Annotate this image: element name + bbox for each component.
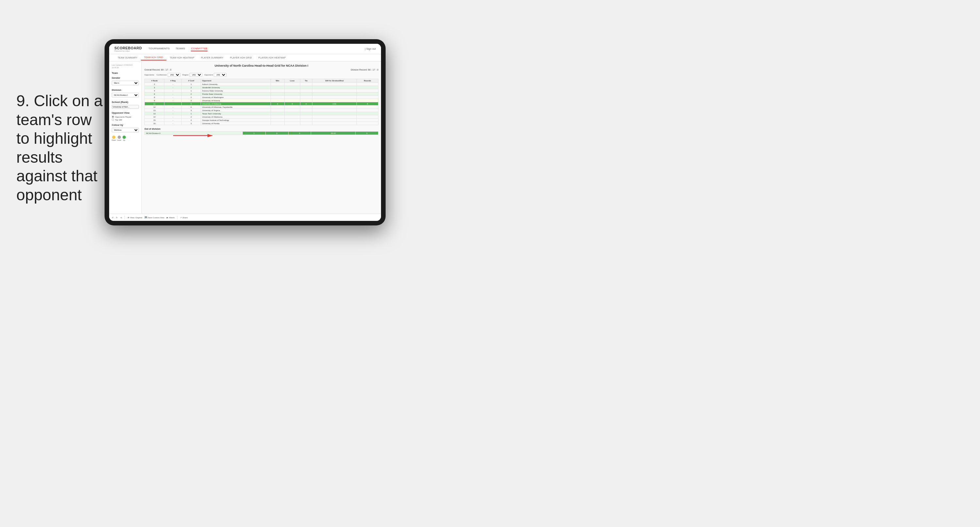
col-rounds: Rounds — [357, 79, 379, 83]
legend-dot-up — [123, 135, 126, 139]
cell-rank: 12 — [145, 105, 164, 109]
table-row[interactable]: 9-3University of Arizona — [145, 99, 379, 102]
table-row[interactable]: 16-3University of Florida — [145, 122, 379, 125]
conference-filter-select[interactable]: (All) — [168, 73, 180, 77]
cell-conf: 2 — [182, 92, 200, 96]
nav-teams[interactable]: TEAMS — [175, 46, 185, 51]
sub-nav-team-h2h-heatmap[interactable]: TEAM H2H HEATMAP — [166, 55, 197, 60]
cell-rank: 9 — [145, 99, 164, 102]
table-row[interactable]: 8-2University of Washington — [145, 96, 379, 99]
toolbar-save[interactable]: 💾 Save Custom View — [145, 216, 164, 218]
cell-opponent: University of Oklahoma — [200, 115, 270, 119]
cell-win — [270, 105, 284, 109]
cell-win — [270, 109, 284, 112]
cell-diff — [312, 86, 356, 89]
colour-by-label: Colour by — [112, 124, 139, 126]
cell-win — [270, 115, 284, 119]
toolbar-back[interactable]: ⊲ — [120, 216, 122, 218]
col-rank: # Rank — [145, 79, 164, 83]
cell-rank: 13 — [145, 109, 164, 112]
cell-opponent: University of Arkansas, Fayetteville — [200, 105, 270, 109]
opponent-view-label: Opponent View — [112, 111, 139, 115]
out-div-win: 1 — [242, 132, 265, 135]
sub-nav-team-h2h-grid[interactable]: TEAM H2H GRID — [141, 55, 167, 61]
cell-rank: 4 — [145, 89, 164, 92]
col-win: Win — [270, 79, 284, 83]
table-row[interactable]: 4-1Arizona State University — [145, 89, 379, 92]
radio-top-100[interactable]: Top 100 — [112, 119, 139, 121]
device-screen: SCOREBOARD Powered by clippi TOURNAMENTS… — [109, 44, 381, 221]
toolbar-undo[interactable]: ↺ — [112, 216, 113, 218]
cell-win — [270, 96, 284, 99]
cell-diff — [312, 115, 356, 119]
view-icon: 👁 — [127, 217, 129, 218]
table-row[interactable]: 13-3University of Virginia — [145, 109, 379, 112]
sub-nav-team-summary[interactable]: TEAM SUMMARY — [115, 55, 141, 60]
cell-opponent: University of Washington — [200, 96, 270, 99]
cell-tie — [300, 112, 312, 115]
table-row[interactable]: 13-1Texas Tech University — [145, 112, 379, 115]
watch-icon: ▶ — [167, 216, 168, 218]
table-row[interactable]: 6-2Florida State University — [145, 92, 379, 96]
cell-rounds — [357, 112, 379, 115]
cell-rounds — [357, 83, 379, 86]
division-select[interactable]: NCAA Division I — [112, 93, 139, 97]
col-conf: # Conf — [182, 79, 200, 83]
sub-nav-player-h2h-grid[interactable]: PLAYER H2H GRID — [227, 55, 255, 60]
sub-nav-player-summary[interactable]: PLAYER SUMMARY — [198, 55, 227, 60]
table-row[interactable]: 3-2Vanderbilt University — [145, 86, 379, 89]
cell-loss — [284, 83, 300, 86]
division-record: Division Record: 88 - 17 - 0 — [351, 68, 379, 71]
device-frame: SCOREBOARD Powered by clippi TOURNAMENTS… — [105, 39, 386, 225]
bottom-toolbar: ↺ ↻ ⊲ 👁 View: Original 💾 Save Custom Vie… — [109, 214, 381, 221]
nav-committee[interactable]: COMMITTEE — [191, 46, 207, 51]
cell-conf: 5 — [182, 102, 200, 105]
cell-opponent: Arizona State University — [200, 89, 270, 92]
cell-conf: 1 — [182, 83, 200, 86]
cell-diff — [312, 109, 356, 112]
school-input[interactable] — [112, 105, 139, 109]
table-row[interactable]: 14-2University of Oklahoma — [145, 115, 379, 119]
grid-title: University of North Carolina Head-to-Hea… — [145, 64, 379, 67]
cell-conf: 6 — [182, 105, 200, 109]
toolbar-view[interactable]: 👁 View: Original — [127, 217, 142, 218]
school-label: School (Rank) — [112, 100, 139, 103]
cell-rank: 6 — [145, 92, 164, 96]
share-icon: ↗ — [180, 216, 182, 218]
radio-opponents-played[interactable]: Opponents Played — [112, 116, 139, 118]
cell-loss — [284, 96, 300, 99]
out-div-row[interactable]: NCAA Division II10026.003 — [145, 132, 379, 135]
region-filter-select[interactable]: (All) — [189, 73, 202, 77]
table-row[interactable]: 12-6University of Arkansas, Fayetteville — [145, 105, 379, 109]
colour-by-select[interactable]: Win/loss — [112, 128, 139, 132]
cell-rank: 14 — [145, 115, 164, 119]
table-row[interactable]: 11-5University of Alabama3002.618 — [145, 102, 379, 105]
toolbar-share[interactable]: ↗ Share — [180, 216, 188, 218]
cell-tie — [300, 86, 312, 89]
cell-rank: 15 — [145, 119, 164, 122]
division-label: Division — [112, 89, 139, 91]
table-row[interactable]: 15-4Georgia Institute of Technology — [145, 119, 379, 122]
opponent-filter-select[interactable]: (All) — [214, 73, 226, 77]
toolbar-watch[interactable]: ▶ Watch — [167, 216, 175, 218]
radio-dot-top100 — [112, 119, 114, 121]
toolbar-redo[interactable]: ↻ — [116, 216, 118, 218]
nav-tournaments[interactable]: TOURNAMENTS — [148, 46, 170, 51]
cell-rounds — [357, 99, 379, 102]
conference-filter: Conference (All) — [156, 73, 180, 77]
cell-tie — [300, 92, 312, 96]
cell-opponent: University of Virginia — [200, 109, 270, 112]
grid-area: University of North Carolina Head-to-Hea… — [142, 61, 381, 214]
save-icon: 💾 — [145, 216, 147, 218]
col-diff: Diff Av Strokes/Rnd — [312, 79, 356, 83]
cell-rounds — [357, 89, 379, 92]
opponents-label: Opponents: — [145, 74, 154, 76]
cell-diff — [312, 105, 356, 109]
cell-diff — [312, 112, 356, 115]
sign-out-link[interactable]: | Sign out — [365, 48, 376, 50]
gender-select[interactable]: Men's — [112, 81, 139, 85]
sub-nav-player-h2h-heatmap[interactable]: PLAYER H2H HEATMAP — [255, 55, 289, 60]
cell-win — [270, 86, 284, 89]
table-row[interactable]: 2-1Auburn University — [145, 83, 379, 86]
cell-reg: - — [164, 89, 182, 92]
